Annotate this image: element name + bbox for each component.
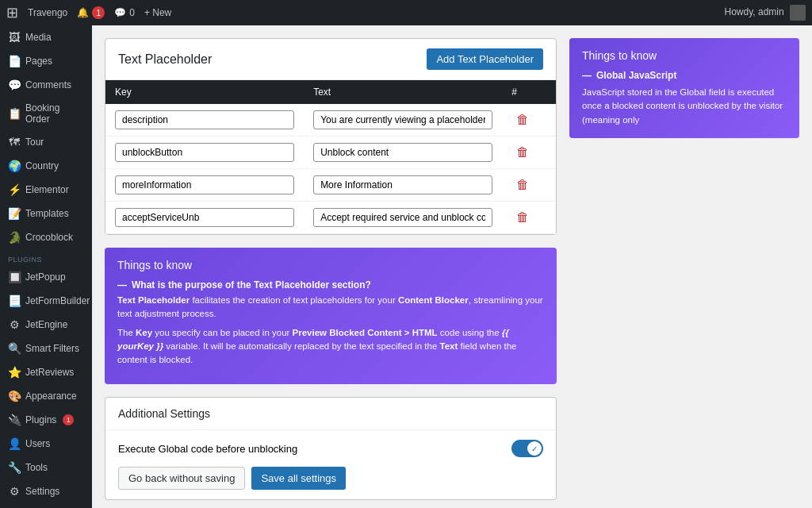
table-row: 🗑 <box>105 104 556 137</box>
sidebar-item-label: Tools <box>25 462 48 473</box>
comments-item[interactable]: 💬 0 <box>114 7 135 18</box>
text-input[interactable] <box>313 110 492 129</box>
right-panel: Things to know — Global JavaScript JavaS… <box>569 38 799 495</box>
sidebar-item-templates[interactable]: 📝 Templates <box>0 202 92 225</box>
delete-button[interactable]: 🗑 <box>511 176 534 194</box>
media-icon: 🖼 <box>8 31 21 44</box>
sidebar-item-users[interactable]: 👤 Users <box>0 432 92 456</box>
sidebar-item-label: Media <box>25 32 52 43</box>
sidebar-item-label: Country <box>25 160 59 171</box>
jetformbuilder-icon: 📃 <box>8 294 21 307</box>
delete-button[interactable]: 🗑 <box>511 144 534 161</box>
sidebar-item-jetpopup[interactable]: 🔲 JetPopup <box>0 265 92 289</box>
comment-count: 0 <box>129 7 135 18</box>
tour-icon: 🗺 <box>8 136 21 148</box>
comments-icon: 💬 <box>8 79 21 91</box>
avatar <box>790 5 806 21</box>
sidebar-item-country[interactable]: 🌍 Country <box>0 154 92 178</box>
text-input[interactable] <box>313 143 492 162</box>
toggle-switch[interactable]: ✓ <box>511 440 543 457</box>
sidebar-item-jetreviews[interactable]: ⭐ JetReviews <box>0 360 92 384</box>
faq-item: — What is the purpose of the Text Placeh… <box>117 279 544 367</box>
new-item[interactable]: + New <box>144 7 171 18</box>
templates-icon: 📝 <box>8 207 21 220</box>
sidebar-item-media[interactable]: 🖼 Media <box>0 25 92 49</box>
sidebar-item-smart-filters[interactable]: 🔍 Smart Filters <box>0 337 92 360</box>
go-back-button[interactable]: Go back without saving <box>118 467 245 490</box>
add-placeholder-button[interactable]: Add Text Placeholder <box>427 48 543 70</box>
sidebar-item-booking-order[interactable]: 📋 Booking Order <box>0 97 92 130</box>
faq-question-text: What is the purpose of the Text Placehol… <box>132 279 371 291</box>
sidebar: 🖼 Media 📄 Pages 💬 Comments 📋 Booking Ord… <box>0 25 92 508</box>
settings-icon: ⚙ <box>8 485 21 498</box>
users-icon: 👤 <box>8 437 21 450</box>
main-left-panel: Text Placeholder Add Text Placeholder Ke… <box>105 38 557 495</box>
pages-icon: 📄 <box>8 55 21 67</box>
additional-settings-body: Execute Global code before unblocking ✓ … <box>105 430 556 499</box>
text-input[interactable] <box>313 208 492 227</box>
elementor-icon: ⚡ <box>8 183 21 196</box>
notification-count: 1 <box>92 6 105 19</box>
additional-settings-title: Additional Settings <box>118 407 543 420</box>
text-cell <box>304 169 502 202</box>
card-header: Text Placeholder Add Text Placeholder <box>105 39 556 80</box>
right-faq-answer: JavaScript stored in the Global field is… <box>582 86 787 127</box>
key-input[interactable] <box>115 175 294 194</box>
table-row: 🗑 <box>105 169 556 202</box>
sidebar-item-appearance[interactable]: 🎨 Appearance <box>0 384 92 408</box>
key-input[interactable] <box>115 110 294 129</box>
sidebar-item-label: Smart Filters <box>25 343 79 354</box>
sidebar-item-label: Settings <box>25 486 59 497</box>
minus-icon: — <box>582 70 592 81</box>
tools-icon: 🔧 <box>8 461 21 474</box>
site-name[interactable]: Travengo <box>28 7 67 18</box>
sidebar-item-comments[interactable]: 💬 Comments <box>0 73 92 97</box>
sidebar-item-settings[interactable]: ⚙ Settings <box>0 479 92 503</box>
text-cell <box>304 202 502 234</box>
save-button[interactable]: Save all settings <box>251 467 346 490</box>
action-cell: 🗑 <box>502 104 556 137</box>
table-row: 🗑 <box>105 137 556 169</box>
sidebar-item-label: JetEngine <box>25 319 67 330</box>
sidebar-item-jetengine[interactable]: ⚙ JetEngine <box>0 313 92 337</box>
sidebar-item-label: JetPopup <box>25 271 66 283</box>
sidebar-item-label: Booking Order <box>25 102 84 125</box>
notifications-item[interactable]: 🔔 1 <box>77 6 105 19</box>
sidebar-item-pages[interactable]: 📄 Pages <box>0 49 92 73</box>
sidebar-item-tools[interactable]: 🔧 Tools <box>0 456 92 479</box>
right-faq-question-text: Global JavaScript <box>596 70 676 81</box>
sidebar-item-elementor[interactable]: ⚡ Elementor <box>0 178 92 202</box>
delete-button[interactable]: 🗑 <box>511 111 534 129</box>
faq-answer-1: Text Placeholder facilitates the creatio… <box>117 294 544 321</box>
key-input[interactable] <box>115 143 294 162</box>
sidebar-item-label: Tour <box>25 137 44 148</box>
sidebar-item-crocoblock[interactable]: 🐊 Crocoblock <box>0 225 92 249</box>
sidebar-item-label: Appearance <box>25 391 77 402</box>
right-things-card: Things to know — Global JavaScript JavaS… <box>569 38 799 138</box>
plugins-icon: 🔌 <box>8 414 21 426</box>
col-text: Text <box>304 80 502 104</box>
setting-label: Execute Global code before unblocking <box>118 443 297 455</box>
setting-row: Execute Global code before unblocking ✓ <box>118 440 543 457</box>
text-input[interactable] <box>313 175 492 194</box>
sidebar-item-label: JetFormBuilder <box>25 295 90 306</box>
sidebar-item-label: Comments <box>25 79 71 90</box>
sidebar-item-plugins[interactable]: 🔌 Plugins 1 <box>0 408 92 432</box>
sidebar-item-label: JetReviews <box>25 367 74 378</box>
faq-question: — What is the purpose of the Text Placeh… <box>117 279 544 291</box>
text-cell <box>304 104 502 137</box>
col-key: Key <box>105 80 304 104</box>
sidebar-item-jetformbuilder[interactable]: 📃 JetFormBuilder <box>0 289 92 313</box>
table-row: 🗑 <box>105 202 556 234</box>
key-input[interactable] <box>115 208 294 227</box>
comment-icon: 💬 <box>114 7 126 18</box>
new-label: + New <box>144 7 171 18</box>
admin-bar: ⊞ Travengo 🔔 1 💬 0 + New Howdy, admin <box>0 0 812 25</box>
delete-button[interactable]: 🗑 <box>511 209 534 226</box>
right-things-title: Things to know <box>582 49 787 62</box>
things-to-know-card: Things to know — What is the purpose of … <box>105 248 557 384</box>
faq-answer-2: The Key you specify can be placed in you… <box>117 326 544 368</box>
card-body: Key Text # 🗑 <box>105 80 556 234</box>
sidebar-item-tour[interactable]: 🗺 Tour <box>0 130 92 154</box>
sidebar-item-theme[interactable]: 🎨 kave Theme <box>0 503 92 508</box>
